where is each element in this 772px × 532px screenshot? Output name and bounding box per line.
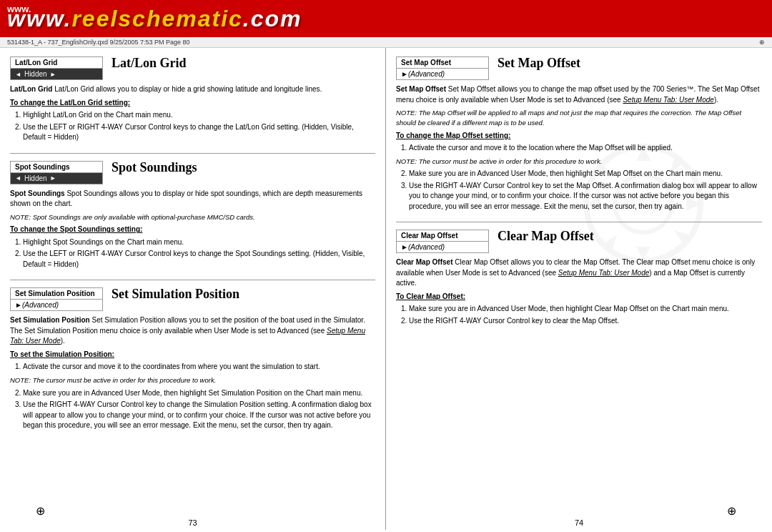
set-map-offset-step-2: Make sure you are in Advanced User Mode,… xyxy=(409,169,762,179)
set-map-offset-step-3: Use the RIGHT 4-WAY Cursor Control key t… xyxy=(409,181,762,212)
lat-lon-grid-header: Lat/Lon Grid ◄ Hidden ► Lat/Lon Grid xyxy=(10,56,375,80)
set-map-offset-arrow-icon: ► xyxy=(401,70,408,78)
left-column: Lat/Lon Grid ◄ Hidden ► Lat/Lon Grid Lat… xyxy=(0,48,386,530)
right-arrow-icon: ► xyxy=(50,71,56,78)
set-simulation-step-3: Use the RIGHT 4-WAY Cursor Control key t… xyxy=(23,400,375,431)
set-map-offset-note2: NOTE: The cursor must be active in order… xyxy=(396,157,762,167)
set-simulation-advanced: (Advanced) xyxy=(22,301,59,309)
lat-lon-grid-title: Lat/Lon Grid xyxy=(112,56,187,71)
set-simulation-bold: Set Simulation Position xyxy=(10,316,90,324)
spot-soundings-step-1: Highlight Spot Soundings on the Chart ma… xyxy=(23,237,375,248)
spot-soundings-body: Spot Soundings Spot Soundings allows you… xyxy=(10,189,375,270)
set-simulation-change-heading: To set the Simulation Position: xyxy=(10,350,375,360)
set-map-offset-section: Set Map Offset ► (Advanced) Set Map Offs… xyxy=(396,56,762,212)
spot-soundings-menu-title: Spot Soundings xyxy=(11,162,102,173)
set-simulation-note: NOTE: The cursor must be active in order… xyxy=(10,375,375,385)
clear-map-offset-link: Setup Menu Tab: User Mode xyxy=(558,269,649,277)
clear-map-offset-section: Clear Map Offset ► (Advanced) Clear Map … xyxy=(396,230,762,326)
set-simulation-title-block: Set Simulation Position xyxy=(112,287,239,302)
right-column: Set Map Offset ► (Advanced) Set Map Offs… xyxy=(386,48,772,530)
clear-map-offset-step-1: Make sure you are in Advanced User Mode,… xyxy=(409,304,762,315)
clear-map-offset-desc: Clear Map Offset Clear Map Offset allows… xyxy=(396,257,762,289)
lat-lon-grid-body: Lat/Lon Grid Lat/Lon Grid allows you to … xyxy=(10,84,375,143)
spot-soundings-bold: Spot Soundings xyxy=(10,189,65,197)
spot-left-arrow-icon: ◄ xyxy=(15,174,21,182)
set-map-offset-advanced: (Advanced) xyxy=(408,70,445,78)
set-simulation-step-2: Make sure you are in Advanced User Mode,… xyxy=(23,388,375,399)
clear-map-offset-menu-title: Clear Map Offset xyxy=(397,230,488,242)
lat-lon-grid-steps: Highlight Lat/Lon Grid on the Chart main… xyxy=(10,110,375,143)
spot-soundings-note: NOTE: Spot Soundings are only available … xyxy=(10,212,375,222)
spot-soundings-section: Spot Soundings ◄ Hidden ► Spot Soundings… xyxy=(10,161,375,270)
page-number-right: 74 xyxy=(575,518,583,527)
set-simulation-steps: Activate the cursor and move it to the c… xyxy=(10,362,375,373)
divider-2 xyxy=(10,280,375,280)
spot-soundings-steps: Highlight Spot Soundings on the Chart ma… xyxy=(10,237,375,270)
set-simulation-menu-title: Set Simulation Position xyxy=(11,288,102,300)
set-map-offset-steps: Activate the cursor and move it to the l… xyxy=(396,143,762,154)
header: www. www.reelschematic.com xyxy=(0,0,772,37)
set-map-offset-section-title: Set Map Offset xyxy=(498,56,580,71)
lat-lon-grid-step-2: Use the LEFT or RIGHT 4-WAY Cursor Contr… xyxy=(23,122,375,143)
lat-lon-grid-menu-box: Lat/Lon Grid ◄ Hidden ► xyxy=(10,56,103,80)
spot-right-arrow-icon: ► xyxy=(50,174,56,182)
clear-map-offset-title-block: Clear Map Offset xyxy=(498,230,594,244)
lat-lon-grid-change-heading: To change the Lat/Lon Grid setting: xyxy=(10,98,375,109)
set-map-offset-link: Setup Menu Tab: User Mode xyxy=(623,96,713,104)
clear-map-offset-advanced: (Advanced) xyxy=(408,243,445,251)
clear-map-offset-bold: Clear Map Offset xyxy=(396,258,452,266)
set-simulation-desc: Set Simulation Position Set Simulation P… xyxy=(10,315,375,347)
spot-soundings-value: Hidden xyxy=(24,174,47,182)
crosshair-icon: ⊕ xyxy=(759,39,765,46)
lat-lon-grid-menu-item[interactable]: ◄ Hidden ► xyxy=(11,69,102,79)
set-map-offset-note: NOTE: The Map Offset will be applied to … xyxy=(396,108,762,128)
set-map-offset-menu-arrow: ► (Advanced) xyxy=(397,69,488,79)
divider-3 xyxy=(396,222,762,222)
clear-map-offset-change-heading: To Clear Map Offset: xyxy=(396,292,762,302)
lat-lon-grid-menu-title: Lat/Lon Grid xyxy=(11,57,102,69)
lat-lon-grid-section: Lat/Lon Grid ◄ Hidden ► Lat/Lon Grid Lat… xyxy=(10,56,375,143)
set-simulation-section-title: Set Simulation Position xyxy=(112,287,239,302)
set-map-offset-desc: Set Map Offset Set Map Offset allows you… xyxy=(396,84,762,105)
divider-1 xyxy=(10,153,375,154)
set-simulation-steps-2: Make sure you are in Advanced User Mode,… xyxy=(10,388,375,431)
spot-soundings-change-heading: To change the Spot Soundings setting: xyxy=(10,225,375,235)
set-simulation-header: Set Simulation Position ► (Advanced) Set… xyxy=(10,287,375,311)
page-number-left: 73 xyxy=(188,518,197,527)
set-map-offset-desc-end: ). xyxy=(714,96,718,104)
lat-lon-grid-section-title: Lat/Lon Grid xyxy=(112,56,187,71)
set-map-offset-change-heading: To change the Map Offset setting: xyxy=(396,131,762,142)
lat-lon-grid-desc: Lat/Lon Grid Lat/Lon Grid allows you to … xyxy=(10,84,375,95)
set-simulation-arrow-icon: ► xyxy=(15,301,22,309)
clear-map-offset-steps: Make sure you are in Advanced User Mode,… xyxy=(396,304,762,326)
spot-soundings-desc: Spot Soundings Spot Soundings allows you… xyxy=(10,189,375,210)
set-simulation-menu-box: Set Simulation Position ► (Advanced) xyxy=(10,287,103,311)
set-map-offset-menu-title: Set Map Offset xyxy=(397,57,488,69)
set-simulation-desc-end: ). xyxy=(61,337,65,345)
lat-lon-grid-desc-text: Lat/Lon Grid allows you to display or hi… xyxy=(54,85,322,93)
set-simulation-body: Set Simulation Position Set Simulation P… xyxy=(10,315,375,430)
spot-soundings-step-2: Use the LEFT or RIGHT 4-WAY Cursor Contr… xyxy=(23,249,375,270)
clear-map-offset-body: Clear Map Offset Clear Map Offset allows… xyxy=(396,257,762,326)
set-map-offset-step-1: Activate the cursor and move it to the l… xyxy=(409,143,762,154)
clear-map-offset-menu-arrow: ► (Advanced) xyxy=(397,242,488,252)
clear-map-offset-section-title: Clear Map Offset xyxy=(498,230,594,244)
clear-map-offset-step-2: Use the RIGHT 4-WAY Cursor Control key t… xyxy=(409,316,762,327)
spot-soundings-menu-item[interactable]: ◄ Hidden ► xyxy=(11,173,102,184)
set-simulation-menu-arrow: ► (Advanced) xyxy=(11,300,102,310)
lat-lon-grid-value: Hidden xyxy=(24,70,47,78)
spot-soundings-header: Spot Soundings ◄ Hidden ► Spot Soundings xyxy=(10,161,375,184)
set-map-offset-menu-box: Set Map Offset ► (Advanced) xyxy=(396,56,489,80)
set-map-offset-bold: Set Map Offset xyxy=(396,85,446,93)
spot-soundings-title-block: Spot Soundings xyxy=(112,161,197,175)
lat-lon-grid-bold: Lat/Lon Grid xyxy=(10,85,52,93)
set-simulation-step-1: Activate the cursor and move it to the c… xyxy=(23,362,375,373)
file-info-bar: 531438-1_A - 737_EnglishOnly.qxd 9/25/20… xyxy=(0,37,772,48)
set-map-offset-body: Set Map Offset Set Map Offset allows you… xyxy=(396,84,762,212)
left-arrow-icon: ◄ xyxy=(15,71,21,78)
set-simulation-section: Set Simulation Position ► (Advanced) Set… xyxy=(10,287,375,430)
set-map-offset-header: Set Map Offset ► (Advanced) Set Map Offs… xyxy=(396,56,762,80)
main-content: Lat/Lon Grid ◄ Hidden ► Lat/Lon Grid Lat… xyxy=(0,48,772,530)
spot-soundings-section-title: Spot Soundings xyxy=(112,161,197,175)
file-info-text: 531438-1_A - 737_EnglishOnly.qxd 9/25/20… xyxy=(7,39,190,46)
